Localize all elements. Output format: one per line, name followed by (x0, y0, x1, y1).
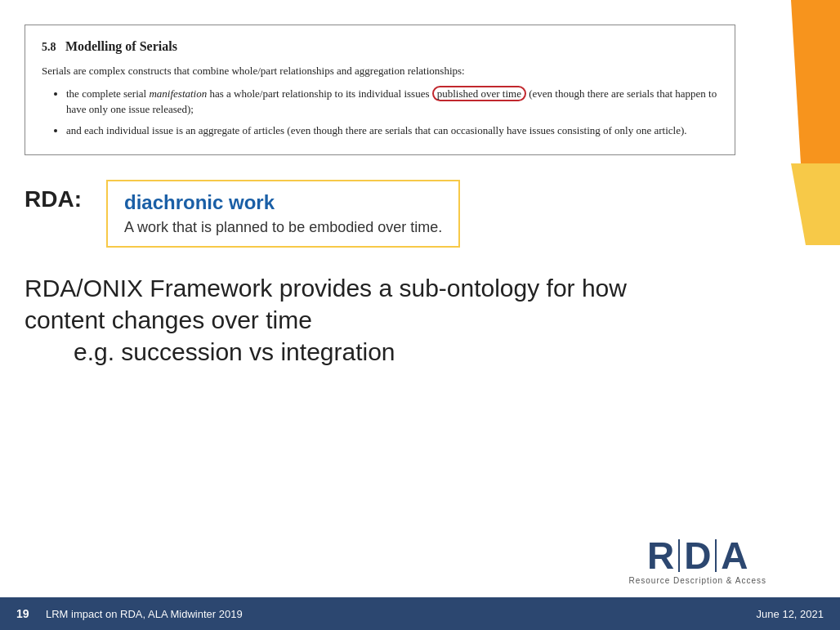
main-statement-line3: e.g. succession vs integration (25, 336, 662, 368)
rda-logo-letters: R D A (647, 537, 748, 574)
document-box: 5.8 Modelling of Serials Serials are com… (25, 25, 735, 155)
corner-orange-shape (791, 0, 840, 163)
rda-definition-box: diachronic work A work that is planned t… (106, 180, 460, 248)
rda-definition-description: A work that is planned to be embodied ov… (124, 219, 442, 236)
footer-event-text: LRM impact on RDA, ALA Midwinter 2019 (46, 608, 243, 620)
rda-logo: R D A Resource Description & Access (628, 537, 766, 585)
slide-number: 19 (16, 607, 36, 620)
main-statement-line1: RDA/ONIX Framework provides a sub-ontolo… (25, 272, 662, 304)
footer-left: 19 LRM impact on RDA, ALA Midwinter 2019 (16, 607, 243, 620)
rda-divider-2 (715, 539, 717, 572)
bullet-2-text: and each individual issue is an aggregat… (66, 124, 687, 136)
rda-logo-wrapper: R D A Resource Description & Access (628, 537, 766, 585)
circled-phrase: published over time (432, 86, 526, 101)
bullet-item-1: the complete serial manifestation has a … (66, 86, 718, 118)
doc-intro-text: Serials are complex constructs that comb… (42, 63, 718, 79)
rda-divider-1 (678, 539, 680, 572)
corner-decoration (775, 0, 840, 245)
bullet-item-2: and each individual issue is an aggregat… (66, 123, 718, 139)
section-title: Modelling of Serials (65, 39, 177, 53)
rda-letter-a: A (721, 537, 748, 574)
bullet-1-text-before: the complete serial (66, 87, 149, 100)
rda-section: RDA: diachronic work A work that is plan… (25, 180, 766, 248)
slide-content: 5.8 Modelling of Serials Serials are com… (0, 0, 840, 630)
rda-label: RDA: (25, 180, 90, 212)
main-statement-line2: content changes over time (25, 304, 662, 336)
rda-logo-subtitle: Resource Description & Access (628, 576, 766, 585)
corner-yellow-shape (791, 163, 840, 245)
rda-letter-d: D (684, 537, 711, 574)
footer-bar: 19 LRM impact on RDA, ALA Midwinter 2019… (0, 597, 840, 630)
bullet-1-italic: manifestation (149, 87, 207, 100)
footer-date: June 12, 2021 (757, 608, 824, 620)
bullet-1-text-mid: has a whole/part relationship to its ind… (207, 87, 432, 100)
section-number: 5.8 (42, 41, 56, 53)
doc-bullets-list: the complete serial manifestation has a … (42, 86, 718, 139)
main-statement: RDA/ONIX Framework provides a sub-ontolo… (25, 272, 662, 368)
doc-box-header: 5.8 Modelling of Serials (42, 37, 718, 56)
rda-letter-r: R (647, 537, 674, 574)
rda-definition-term: diachronic work (124, 191, 442, 214)
